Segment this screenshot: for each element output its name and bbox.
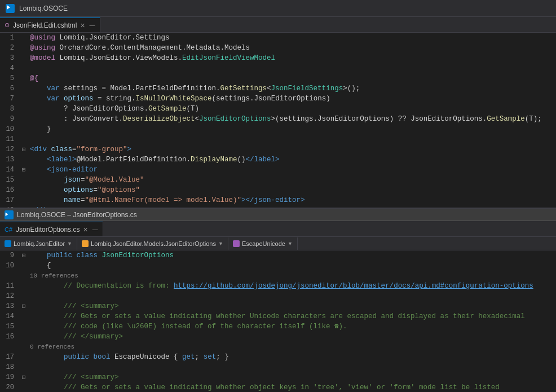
bottom-tab-bar: C# JsonEditorOptions.cs × —	[0, 221, 556, 237]
code-line: 9 : JsonConvert.DeserializeObject<JsonEd…	[0, 114, 556, 124]
app-title: Lombiq.OSOCE	[19, 5, 68, 12]
vs-icon	[6, 4, 15, 13]
code-line: 6 var settings = Model.PartFieldDefiniti…	[0, 83, 556, 94]
tab-pin[interactable]: —	[90, 22, 95, 28]
code-line: 11	[0, 134, 556, 144]
code-line: 12	[0, 291, 556, 301]
code-line: 16 /// </summary>	[0, 332, 556, 342]
code-line: 3 @model Lombiq.JsonEditor.ViewModels.Ed…	[0, 53, 556, 63]
code-line: 14 /// Gets or sets a value indicating w…	[0, 311, 556, 321]
code-line: 17 name="@Html.NameFor(model => model.Va…	[0, 195, 556, 205]
bottom-panel: C# JsonEditorOptions.cs × — Lombiq.JsonE…	[0, 221, 556, 392]
code-line: 11 // Documentation is from: https://git…	[0, 281, 556, 291]
code-line: 13 <label>@Model.PartFieldDefinition.Dis…	[0, 155, 556, 165]
code-line: 16 options="@options"	[0, 185, 556, 195]
bottom-code-area: 9 ⊟ public class JsonEditorOptions 10 { …	[0, 250, 556, 392]
member-label: EscapeUnicode	[242, 240, 285, 247]
code-line: 15 /// code (like \u260E) instead of of …	[0, 321, 556, 332]
member-dropdown[interactable]: EscapeUnicode ▼	[228, 237, 298, 250]
top-tab-label: JsonField.Edit.cshtml	[13, 21, 77, 29]
section-title: Lombiq.OSOCE – JsonEditorOptions.cs	[17, 211, 137, 219]
top-tab-active[interactable]: ⊙ JsonField.Edit.cshtml × —	[0, 17, 100, 32]
code-line: 8 ? JsonEditorOptions.GetSample(T)	[0, 104, 556, 114]
code-line: 10 {	[0, 261, 556, 271]
section-vs-icon	[5, 210, 14, 219]
namespace-arrow: ▼	[67, 241, 72, 246]
title-bar: Lombiq.OSOCE	[0, 0, 556, 17]
top-code-area: 1 @using Lombiq.JsonEditor.Settings 2 @u…	[0, 33, 556, 208]
tab-file-icon: ⊙	[5, 21, 10, 29]
bottom-tab-active[interactable]: C# JsonEditorOptions.cs × —	[0, 222, 103, 236]
ref-count-line: 0 references	[0, 342, 556, 352]
code-line: 20 /// Gets or sets a value indicating w…	[0, 382, 556, 392]
namespace-icon	[5, 240, 11, 247]
code-line: 10 }	[0, 124, 556, 134]
code-line: 5 @{	[0, 73, 556, 83]
bottom-tab-close[interactable]: ×	[83, 226, 87, 234]
code-line: 7 var options = string.IsNullOrWhiteSpac…	[0, 94, 556, 104]
code-line: 1 @using Lombiq.JsonEditor.Settings	[0, 33, 556, 43]
top-tab-bar: ⊙ JsonField.Edit.cshtml × —	[0, 17, 556, 33]
code-line: 18 </div>	[0, 205, 556, 208]
bottom-tab-label: JsonEditorOptions.cs	[16, 226, 80, 234]
namespace-label: Lombiq.JsonEditor	[14, 240, 65, 247]
code-line: 19 ⊟ /// <summary>	[0, 372, 556, 382]
top-tab-close[interactable]: ×	[80, 21, 85, 29]
code-line: 9 ⊟ public class JsonEditorOptions	[0, 250, 556, 261]
tab-csharp-icon: C#	[5, 226, 12, 233]
namespace-dropdown[interactable]: Lombiq.JsonEditor ▼	[0, 237, 77, 250]
code-line: 14 ⊟ <json-editor	[0, 165, 556, 175]
ref-count-line: 10 references	[0, 271, 556, 281]
code-line: 2 @using OrchardCore.ContentManagement.M…	[0, 43, 556, 53]
code-line: 18	[0, 362, 556, 372]
code-line: 4	[0, 63, 556, 73]
member-arrow: ▼	[288, 241, 293, 246]
code-line: 15 json="@Model.Value"	[0, 175, 556, 185]
code-line: 12 ⊟ <div class="form-group">	[0, 144, 556, 155]
class-dropdown[interactable]: Lombiq.JsonEditor.Models.JsonEditorOptio…	[77, 237, 228, 250]
svg-marker-0	[7, 5, 10, 10]
code-line: 17 public bool EscapeUnicode { get; set;…	[0, 352, 556, 362]
class-arrow: ▼	[218, 241, 223, 246]
class-icon	[82, 240, 89, 247]
member-icon	[233, 240, 240, 247]
svg-marker-1	[6, 212, 8, 215]
top-panel: ⊙ JsonField.Edit.cshtml × — 1 @using Lom…	[0, 17, 556, 209]
section-header: Lombiq.OSOCE – JsonEditorOptions.cs	[0, 209, 556, 221]
dropdown-bar: Lombiq.JsonEditor ▼ Lombiq.JsonEditor.Mo…	[0, 237, 556, 250]
class-label: Lombiq.JsonEditor.Models.JsonEditorOptio…	[91, 240, 216, 247]
bottom-tab-pin[interactable]: —	[92, 226, 98, 232]
code-line: 13 ⊟ /// <summary>	[0, 301, 556, 311]
